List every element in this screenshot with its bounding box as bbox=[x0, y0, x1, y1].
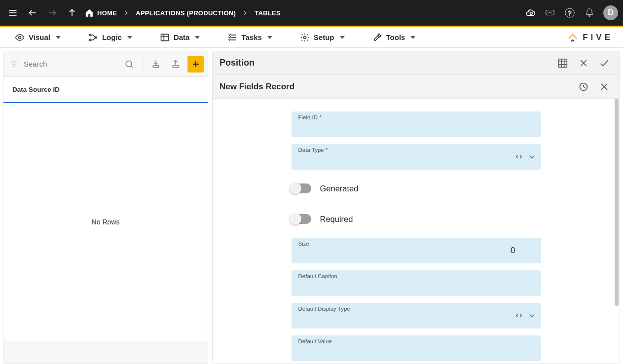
help-icon: ? bbox=[564, 7, 575, 18]
right-panel: Position New Fields Record bbox=[212, 51, 620, 364]
arrow-right-icon bbox=[47, 8, 57, 18]
breadcrumb-home[interactable]: HOME bbox=[82, 8, 120, 17]
scrollbar-thumb[interactable] bbox=[615, 99, 619, 306]
switch-knob bbox=[290, 213, 301, 225]
tasks-icon bbox=[227, 33, 237, 42]
search-icon bbox=[124, 59, 134, 69]
svg-rect-16 bbox=[161, 34, 168, 40]
table-icon bbox=[160, 33, 170, 42]
brand-logo: FIVE bbox=[567, 32, 613, 43]
eye-icon bbox=[15, 33, 25, 42]
add-button[interactable] bbox=[187, 56, 204, 73]
close-sub-button[interactable] bbox=[596, 78, 613, 95]
clock-icon bbox=[579, 82, 588, 92]
left-panel: Data Source ID No Rows bbox=[3, 51, 208, 364]
size-input[interactable]: Size 0 bbox=[292, 238, 541, 263]
svg-rect-29 bbox=[173, 65, 179, 67]
generated-toggle-row: Generated bbox=[292, 177, 541, 200]
svg-rect-32 bbox=[559, 59, 567, 67]
export-button[interactable] bbox=[168, 56, 184, 73]
help-button[interactable]: ? bbox=[560, 3, 580, 23]
form-scroll[interactable]: Field ID * Data Type * bbox=[213, 99, 620, 364]
code-icon bbox=[514, 152, 523, 161]
arrow-left-icon bbox=[28, 8, 37, 18]
gear-icon bbox=[300, 33, 310, 42]
menu-tasks-label: Tasks bbox=[241, 33, 261, 41]
svg-point-26 bbox=[126, 61, 132, 67]
default-display-type-select[interactable]: Default Display Type bbox=[292, 303, 541, 328]
menu-tasks[interactable]: Tasks bbox=[220, 27, 279, 47]
grid-icon bbox=[557, 58, 568, 69]
menu-logic-label: Logic bbox=[102, 33, 122, 41]
empty-text: No Rows bbox=[92, 218, 120, 226]
data-type-select[interactable]: Data Type * bbox=[292, 144, 541, 170]
brand-mark-icon bbox=[567, 32, 579, 43]
menu-tools[interactable]: Tools bbox=[366, 27, 423, 47]
plus-icon bbox=[191, 59, 201, 69]
column-header-label: Data Source ID bbox=[12, 86, 60, 93]
avatar-initial: D bbox=[608, 8, 614, 17]
hamburger-icon bbox=[8, 8, 18, 18]
left-body: No Rows bbox=[3, 103, 208, 341]
close-icon bbox=[579, 58, 588, 68]
nav-back-button[interactable] bbox=[23, 3, 42, 23]
required-toggle[interactable] bbox=[292, 214, 311, 224]
history-button[interactable] bbox=[575, 78, 592, 95]
chevron-down-icon bbox=[410, 36, 415, 39]
field-id-input[interactable]: Field ID * bbox=[292, 111, 541, 137]
default-value-input[interactable]: Default Value bbox=[292, 335, 541, 361]
svg-point-15 bbox=[95, 36, 97, 38]
chevron-down-icon bbox=[127, 36, 132, 39]
tools-icon bbox=[372, 33, 382, 42]
default-display-type-label: Default Display Type bbox=[298, 306, 350, 312]
bell-icon bbox=[585, 8, 594, 18]
menu-setup[interactable]: Setup bbox=[293, 27, 352, 47]
notifications-button[interactable] bbox=[580, 3, 599, 23]
breadcrumb-applications[interactable]: APPLICATIONS (PRODUCTION) bbox=[133, 9, 239, 17]
required-toggle-row: Required bbox=[292, 207, 541, 231]
chat-icon bbox=[545, 7, 555, 18]
left-toolbar bbox=[3, 51, 208, 77]
filter-icon[interactable] bbox=[8, 60, 20, 69]
menu-logic[interactable]: Logic bbox=[81, 27, 139, 47]
download-icon bbox=[151, 59, 161, 69]
chevron-right-icon bbox=[242, 9, 249, 16]
nav-forward-button[interactable] bbox=[42, 3, 62, 23]
divider bbox=[142, 58, 143, 70]
menu-visual-label: Visual bbox=[29, 33, 50, 41]
chevron-down-icon bbox=[527, 152, 536, 161]
nav-up-button[interactable] bbox=[62, 3, 82, 23]
work-area: Data Source ID No Rows Position New Fiel… bbox=[0, 48, 623, 364]
scrollbar[interactable] bbox=[615, 99, 619, 364]
menu-data[interactable]: Data bbox=[153, 27, 207, 47]
menu-visual[interactable]: Visual bbox=[8, 27, 68, 47]
menu-bar: Visual Logic Data Tasks Setup Tools FIVE bbox=[0, 27, 623, 48]
svg-point-9 bbox=[550, 12, 552, 13]
default-value-label: Default Value bbox=[298, 338, 332, 344]
search-input[interactable] bbox=[24, 57, 117, 71]
logic-icon bbox=[88, 33, 98, 42]
grid-view-button[interactable] bbox=[554, 55, 571, 72]
avatar[interactable]: D bbox=[603, 5, 618, 20]
svg-rect-7 bbox=[546, 10, 554, 15]
data-type-label: Data Type * bbox=[298, 147, 328, 153]
search-button[interactable] bbox=[121, 56, 138, 73]
confirm-button[interactable] bbox=[596, 55, 613, 72]
column-header[interactable]: Data Source ID bbox=[3, 77, 208, 103]
breadcrumb-tables-label: TABLES bbox=[255, 9, 281, 17]
arrow-up-icon bbox=[67, 8, 77, 18]
chevron-down-icon bbox=[195, 36, 200, 39]
cloud-button[interactable] bbox=[520, 3, 540, 23]
close-button[interactable] bbox=[575, 55, 592, 72]
breadcrumb-tables[interactable]: TABLES bbox=[252, 9, 284, 17]
chat-button[interactable] bbox=[540, 3, 560, 23]
menu-button[interactable] bbox=[3, 3, 23, 23]
svg-point-6 bbox=[530, 12, 533, 15]
switch-knob bbox=[290, 182, 301, 194]
import-button[interactable] bbox=[147, 56, 164, 73]
breadcrumb-applications-label: APPLICATIONS (PRODUCTION) bbox=[136, 9, 236, 17]
sub-title: New Fields Record bbox=[220, 82, 571, 92]
default-caption-input[interactable]: Default Caption bbox=[292, 270, 541, 296]
chevron-right-icon bbox=[123, 9, 130, 16]
generated-toggle[interactable] bbox=[292, 183, 311, 193]
